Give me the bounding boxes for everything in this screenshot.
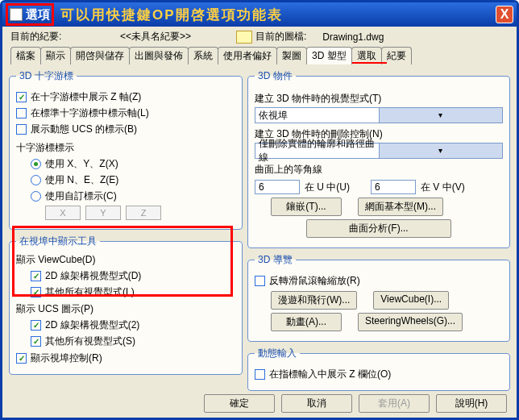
group-3d-objects: 3D 物件 建立 3D 物件時的視覺型式(T) 依視埠▾ 建立 3D 物件時的刪…: [247, 69, 510, 248]
group-viewport-tools: 在視埠中顯示工具 顯示 ViewCube(D) 2D 線架構視覺型式(D) 其他…: [9, 235, 243, 375]
chk-ucs-other[interactable]: [31, 336, 41, 347]
group-3d-nav: 3D 導覽 反轉滑鼠滾輪縮放(R) 漫遊和飛行(W)... ViewCube(I…: [247, 253, 510, 342]
btn-surface-analysis[interactable]: 曲面分析(F)...: [306, 219, 451, 238]
window-subtitle: 可以用快捷鍵OP開啓選項功能表: [60, 6, 283, 24]
rdo-nez[interactable]: [31, 175, 41, 185]
current-profile-label: 目前的紀要:: [10, 30, 75, 44]
chk-viewport-ctrl[interactable]: [16, 353, 27, 364]
drawing-filename: Drawing1.dwg: [322, 31, 384, 43]
tab-0[interactable]: 檔案: [10, 47, 41, 64]
tab-4[interactable]: 系統: [188, 47, 218, 64]
input-u[interactable]: [255, 180, 300, 194]
tab-5[interactable]: 使用者偏好: [218, 47, 277, 64]
ok-button[interactable]: 確定: [204, 394, 275, 413]
input-v[interactable]: [371, 180, 416, 194]
window-title: 選項: [26, 7, 50, 23]
btn-steeringwheels[interactable]: SteeringWheels(G)...: [358, 313, 463, 331]
tab-7[interactable]: 3D 塑型: [306, 47, 352, 64]
app-icon: [10, 8, 23, 21]
btn-mesh-primitives[interactable]: 網面基本型(M)...: [358, 198, 443, 216]
group-dyn-input: 動態輸入 在指標輸入中展示 Z 欄位(O): [247, 347, 510, 391]
chk-vc-2d[interactable]: [31, 271, 41, 281]
chk-reverse-wheel[interactable]: [255, 276, 265, 286]
chevron-down-icon: ▾: [379, 143, 503, 158]
rdo-xyz[interactable]: [31, 159, 41, 169]
group-3d-crosshair: 3D 十字游標 在十字游標中展示 Z 軸(Z) 在標準十字游標中標示軸(L) 展…: [9, 69, 243, 230]
tab-6[interactable]: 製圖: [276, 47, 307, 64]
chk-dynamic-ucs[interactable]: [16, 124, 27, 135]
profile-name: <<未具名紀要>>: [75, 30, 236, 44]
help-button[interactable]: 說明(H): [436, 394, 507, 413]
chk-show-z-field[interactable]: [255, 369, 265, 380]
title-area: 選項: [6, 3, 54, 26]
rdo-custom[interactable]: [31, 191, 41, 202]
drawing-icon: [236, 31, 252, 44]
tab-3[interactable]: 出圖與發佈: [129, 47, 189, 64]
tab-1[interactable]: 顯示: [40, 47, 71, 64]
chk-ucs-2d[interactable]: [31, 320, 41, 331]
btn-walk-fly[interactable]: 漫遊和飛行(W)...: [271, 291, 357, 310]
custom-y[interactable]: Y: [85, 206, 121, 220]
chk-label-axes[interactable]: [16, 108, 27, 119]
tab-2[interactable]: 開啓與儲存: [70, 47, 130, 64]
sel-visual-style[interactable]: 依視埠▾: [255, 107, 503, 123]
sel-delete-ctrl[interactable]: 僅刪除實體的輪廓和路徑曲線▾: [255, 143, 503, 159]
chk-show-z[interactable]: [16, 92, 27, 102]
custom-z[interactable]: Z: [126, 206, 161, 220]
custom-x[interactable]: X: [45, 206, 81, 220]
chk-vc-other[interactable]: [31, 287, 41, 297]
apply-button[interactable]: 套用(A): [359, 394, 430, 413]
current-drawing-label: 目前的圖檔:: [255, 30, 306, 44]
close-button[interactable]: X: [496, 6, 513, 23]
chevron-down-icon: ▾: [379, 108, 503, 123]
cancel-button[interactable]: 取消: [281, 394, 352, 413]
btn-tessellation[interactable]: 鑲嵌(T)...: [271, 198, 342, 216]
btn-animation[interactable]: 動畫(A)...: [271, 313, 342, 331]
btn-viewcube[interactable]: ViewCube(I)...: [373, 291, 449, 310]
